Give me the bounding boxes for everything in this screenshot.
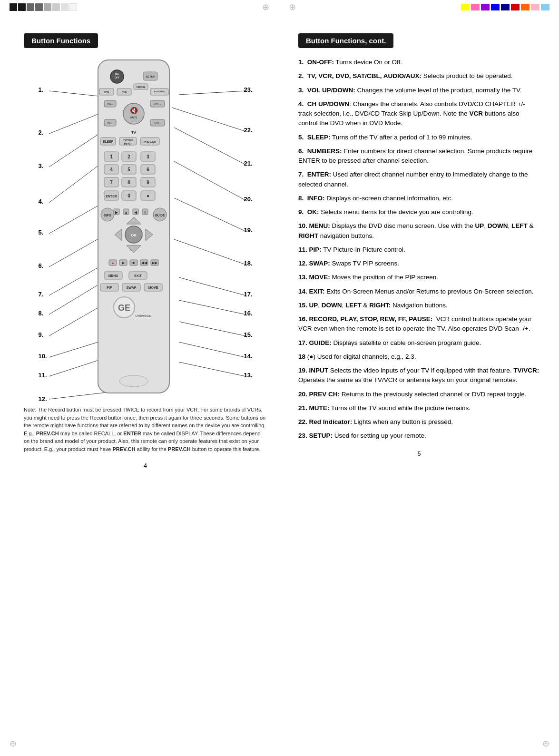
svg-line-17 (174, 239, 245, 265)
swatch-orange (521, 4, 530, 10)
right-column: ⊕ Button Functions, cont. 1. ON-OFF: Tur… (279, 0, 559, 756)
svg-text:EXIT: EXIT (134, 274, 142, 277)
callout-22: 22. (244, 127, 252, 134)
list-item-18: 18 (●) Used for digital channels, e.g., … (298, 352, 540, 362)
svg-text:ENTER: ENTER (106, 195, 117, 198)
svg-text:CH+: CH+ (107, 103, 113, 106)
svg-text:▶▶: ▶▶ (152, 261, 158, 265)
svg-line-0 (49, 91, 103, 97)
callout-5: 5. (39, 229, 44, 236)
svg-text:5: 5 (127, 167, 130, 172)
swatch-purple (481, 4, 490, 10)
svg-text:SAT/CBL: SAT/CBL (136, 86, 145, 88)
top-strip-right: ⊕ (279, 0, 559, 14)
corner-mark-br: ⊕ (542, 738, 549, 749)
color-swatches-right (461, 4, 549, 10)
svg-text:SWAP: SWAP (126, 286, 136, 289)
sq7 (61, 3, 69, 11)
svg-line-16 (174, 198, 245, 231)
list-item-21: 21. MUTE: Turns off the TV sound while t… (298, 403, 540, 413)
svg-text:⏸: ⏸ (143, 210, 147, 215)
list-item-16: 16. RECORD, PLAY, STOP, REW, FF, PAUSE: … (298, 314, 540, 334)
svg-line-19 (179, 300, 245, 314)
svg-text:DVD: DVD (121, 91, 127, 94)
callout-3: 3. (39, 162, 44, 169)
sq1 (10, 3, 17, 11)
sq2 (18, 3, 26, 11)
callout-19: 19. (244, 226, 252, 234)
svg-line-2 (49, 131, 103, 167)
list-item-9: 9. OK: Selects menu items for the device… (298, 207, 540, 217)
top-strip-left: ⊕ (0, 0, 279, 14)
list-item-23: 23. SETUP: Used for setting up your remo… (298, 431, 540, 441)
note-text: Note: The Record button must be pressed … (24, 406, 267, 453)
list-item-22: 22. Red Indicator: Lights when any butto… (298, 417, 540, 427)
svg-text:0: 0 (127, 193, 130, 198)
svg-text:1: 1 (110, 154, 113, 159)
svg-text:INFO: INFO (104, 214, 111, 217)
note-text-5: button to operate this feature. (191, 446, 261, 452)
svg-text:4: 4 (110, 167, 113, 172)
svg-text:8: 8 (127, 180, 130, 185)
svg-text:ON-: ON- (115, 73, 119, 76)
svg-text:PIP: PIP (107, 286, 112, 289)
note-bold-enter: ENTER (123, 431, 141, 436)
callout-11: 11. (39, 372, 47, 379)
swatch-skyblue (541, 4, 549, 10)
callout-1: 1. (39, 86, 44, 93)
svg-text:●: ● (111, 261, 113, 265)
svg-text:PREV.CH: PREV.CH (143, 140, 156, 143)
svg-text:MOVE: MOVE (148, 286, 158, 289)
list-item-13: 13. MOVE: Moves the position of the PIP … (298, 273, 540, 282)
swatch-red (511, 4, 520, 10)
callout-12: 12. (39, 395, 47, 403)
list-item-11: 11. PIP: TV Picture-in-Picture control. (298, 245, 540, 255)
list-item-3: 3. VOL UP/DOWN: Changes the volume level… (298, 86, 540, 95)
svg-text:VOL-: VOL- (154, 122, 160, 125)
svg-text:GUIDE: GUIDE (155, 214, 165, 217)
list-item-1: 1. ON-OFF: Turns device On or Off. (298, 58, 540, 67)
sq8 (69, 3, 77, 11)
svg-text:6: 6 (147, 167, 149, 172)
callout-23: 23. (244, 86, 252, 93)
remote-svg: ON- OFF SETUP VCR DVD SAT/CBL AUDIO/AUX (96, 58, 172, 395)
callout-4: 4. (39, 198, 44, 205)
svg-text:▶: ▶ (115, 210, 118, 215)
svg-text:AUDIO/AUX: AUDIO/AUX (154, 90, 165, 93)
callout-17: 17. (244, 291, 252, 298)
corner-mark-tr: ⊕ (289, 2, 296, 12)
sq3 (27, 3, 34, 11)
svg-line-9 (49, 341, 103, 357)
svg-text:◀◀: ◀◀ (141, 261, 147, 265)
svg-line-1 (49, 112, 103, 134)
svg-text:2: 2 (127, 154, 130, 159)
callout-9: 9. (39, 331, 44, 338)
callout-7: 7. (39, 291, 44, 298)
callout-21: 21. (244, 160, 252, 167)
svg-text:SETUP: SETUP (145, 75, 155, 78)
svg-text:TV/VCR: TV/VCR (123, 138, 132, 141)
list-item-14: 14. EXIT: Exits On-Screen Menus and/or R… (298, 287, 540, 296)
swatch-yellow (461, 4, 470, 10)
svg-line-21 (179, 342, 245, 357)
svg-text:MUTE: MUTE (130, 116, 137, 119)
note-bold-prevch2: PREV.CH (112, 446, 135, 452)
list-item-2: 2. TV, VCR, DVD, SAT/CBL, AUDIO/AUX: Sel… (298, 71, 540, 81)
callout-15: 15. (244, 331, 252, 338)
note-bold-prevch3: PREV.CH (168, 446, 191, 452)
callout-14: 14. (244, 353, 252, 360)
full-page: ⊕ Button Functions 1. 2. 3. 4. 5. 6. 7. … (0, 0, 559, 756)
list-item-12: 12. SWAP: Swaps TV PIP screens. (298, 259, 540, 268)
svg-line-18 (179, 277, 245, 295)
svg-line-15 (174, 161, 245, 200)
button-functions-list: 1. ON-OFF: Turns device On or Off. 2. TV… (298, 58, 540, 441)
svg-text:VCR: VCR (104, 91, 109, 94)
list-item-7: 7. ENTER: Used after direct channel numb… (298, 170, 540, 189)
svg-text:3: 3 (147, 154, 149, 159)
svg-text:Universal: Universal (135, 314, 151, 318)
svg-text:CH-: CH- (107, 122, 112, 125)
corner-mark-tl: ⊕ (262, 2, 269, 12)
sq5 (44, 3, 51, 11)
remote-image: ON- OFF SETUP VCR DVD SAT/CBL AUDIO/AUX (96, 58, 172, 397)
svg-text:🔇: 🔇 (129, 107, 138, 115)
